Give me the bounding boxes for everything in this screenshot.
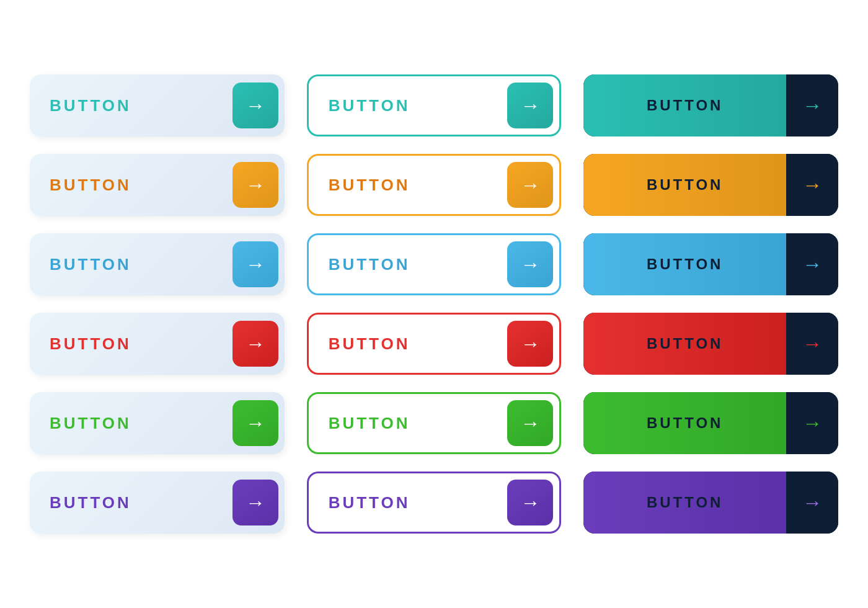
button-style-c-teal[interactable]: BUTTON →	[583, 74, 838, 136]
arrow-icon-box: →	[507, 83, 553, 128]
button-colored-half: BUTTON	[583, 74, 786, 136]
arrow-icon: →	[802, 412, 822, 435]
arrow-icon-box: →	[232, 241, 278, 287]
arrow-icon-box: →	[232, 162, 278, 208]
button-style-a-orange[interactable]: BUTTON →	[30, 154, 285, 216]
button-grid: BUTTON → BUTTON → BUTTON → BUTTON → BUTT…	[0, 45, 868, 563]
arrow-icon-box: →	[507, 241, 553, 287]
button-style-c-sky-blue[interactable]: BUTTON →	[583, 233, 838, 295]
button-label: BUTTON	[50, 493, 131, 512]
arrow-icon-box: →	[786, 472, 838, 534]
arrow-icon: →	[520, 174, 540, 197]
arrow-icon-box: →	[507, 400, 553, 446]
button-style-c-purple[interactable]: BUTTON →	[583, 472, 838, 534]
button-style-b-sky-blue[interactable]: BUTTON →	[307, 233, 562, 295]
button-label: BUTTON	[50, 414, 131, 433]
arrow-icon-box: →	[507, 321, 553, 367]
arrow-icon: →	[802, 491, 822, 514]
button-label: BUTTON	[329, 176, 410, 195]
button-style-b-purple[interactable]: BUTTON →	[307, 472, 562, 534]
button-label: BUTTON	[329, 414, 410, 433]
button-label: BUTTON	[647, 256, 724, 273]
button-colored-half: BUTTON	[583, 392, 786, 454]
button-label: BUTTON	[647, 176, 724, 194]
arrow-icon: →	[520, 491, 540, 514]
arrow-icon-box: →	[786, 392, 838, 454]
arrow-icon-box: →	[786, 74, 838, 136]
arrow-icon: →	[520, 333, 540, 355]
arrow-icon-box: →	[786, 233, 838, 295]
button-label: BUTTON	[647, 97, 724, 114]
button-style-b-teal[interactable]: BUTTON →	[307, 74, 562, 136]
button-colored-half: BUTTON	[583, 472, 786, 534]
arrow-icon-box: →	[232, 83, 278, 128]
button-label: BUTTON	[50, 96, 131, 115]
arrow-icon-box: →	[232, 480, 278, 525]
button-colored-half: BUTTON	[583, 154, 786, 216]
arrow-icon-box: →	[232, 321, 278, 367]
button-colored-half: BUTTON	[583, 313, 786, 375]
arrow-icon-box: →	[786, 313, 838, 375]
button-style-b-orange[interactable]: BUTTON →	[307, 154, 562, 216]
button-style-a-green[interactable]: BUTTON →	[30, 392, 285, 454]
arrow-icon: →	[802, 94, 822, 117]
button-label: BUTTON	[647, 414, 724, 432]
button-style-b-green[interactable]: BUTTON →	[307, 392, 562, 454]
arrow-icon: →	[802, 174, 822, 197]
button-style-a-sky-blue[interactable]: BUTTON →	[30, 233, 285, 295]
button-style-c-red[interactable]: BUTTON →	[583, 313, 838, 375]
arrow-icon: →	[246, 333, 265, 355]
arrow-icon: →	[246, 174, 265, 197]
button-style-a-teal[interactable]: BUTTON →	[30, 74, 285, 136]
button-style-b-red[interactable]: BUTTON →	[307, 313, 562, 375]
button-colored-half: BUTTON	[583, 233, 786, 295]
arrow-icon-box: →	[507, 480, 553, 525]
button-label: BUTTON	[647, 335, 724, 352]
button-label: BUTTON	[329, 96, 410, 115]
button-style-c-orange[interactable]: BUTTON →	[583, 154, 838, 216]
arrow-icon: →	[246, 94, 265, 117]
button-label: BUTTON	[329, 255, 410, 274]
arrow-icon: →	[802, 253, 822, 276]
button-label: BUTTON	[329, 334, 410, 354]
button-label: BUTTON	[50, 255, 131, 274]
button-style-a-purple[interactable]: BUTTON →	[30, 472, 285, 534]
arrow-icon-box: →	[507, 162, 553, 208]
button-style-a-red[interactable]: BUTTON →	[30, 313, 285, 375]
arrow-icon-box: →	[232, 400, 278, 446]
arrow-icon: →	[520, 94, 540, 117]
button-label: BUTTON	[329, 493, 410, 512]
arrow-icon: →	[520, 253, 540, 276]
arrow-icon: →	[802, 333, 822, 355]
arrow-icon: →	[520, 412, 540, 435]
button-label: BUTTON	[50, 176, 131, 195]
arrow-icon-box: →	[786, 154, 838, 216]
button-label: BUTTON	[50, 334, 131, 354]
arrow-icon: →	[246, 253, 265, 276]
arrow-icon: →	[246, 412, 265, 435]
arrow-icon: →	[246, 491, 265, 514]
button-label: BUTTON	[647, 494, 724, 511]
button-style-c-green[interactable]: BUTTON →	[583, 392, 838, 454]
